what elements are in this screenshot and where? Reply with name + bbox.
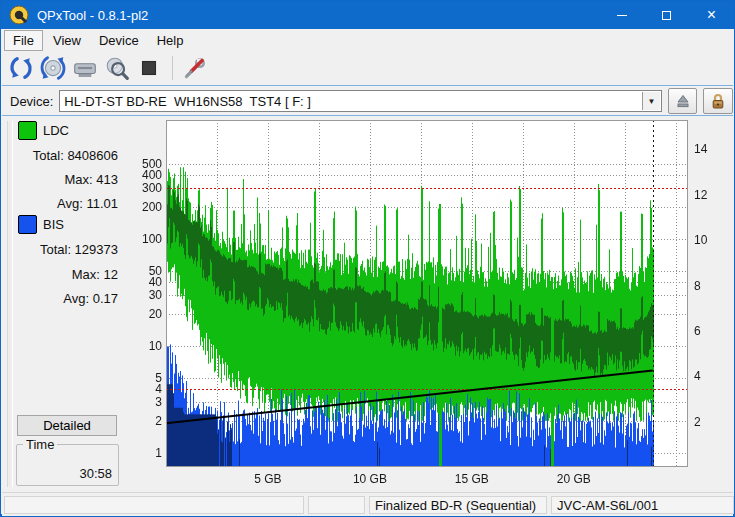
time-label: Time bbox=[23, 437, 57, 452]
scan-disc-icon bbox=[40, 55, 66, 81]
media-info-icon bbox=[104, 55, 130, 81]
menu-item-help[interactable]: Help bbox=[149, 31, 192, 50]
bis-total: Total: 129373 bbox=[18, 242, 118, 257]
status-media-type: Finalized BD-R (Sequential) bbox=[369, 496, 547, 514]
drive-button[interactable] bbox=[70, 53, 100, 83]
toolbar-separator-line bbox=[2, 85, 733, 86]
preferences-button[interactable] bbox=[179, 53, 209, 83]
eject-button[interactable] bbox=[668, 88, 698, 114]
ldc-max: Max: 413 bbox=[18, 172, 118, 187]
refresh-icon bbox=[8, 55, 34, 81]
title-bar[interactable]: QPxTool - 0.8.1-pl2 × bbox=[1, 1, 734, 29]
close-button[interactable]: × bbox=[689, 1, 734, 29]
scan-disc-button[interactable] bbox=[38, 53, 68, 83]
lock-button[interactable] bbox=[703, 88, 733, 114]
app-window: QPxTool - 0.8.1-pl2 × File View Device H… bbox=[0, 0, 735, 517]
device-separator-line bbox=[2, 115, 733, 116]
eject-icon bbox=[675, 93, 691, 109]
menu-item-view[interactable]: View bbox=[45, 31, 89, 50]
refresh-button[interactable] bbox=[6, 53, 36, 83]
menu-bar: File View Device Help bbox=[2, 29, 733, 51]
device-combobox-value: HL-DT-ST BD-RE WH16NS58 TST4 [ F: ] bbox=[60, 94, 311, 109]
time-groupbox: Time 30:58 bbox=[16, 444, 119, 486]
app-icon bbox=[9, 5, 29, 25]
bis-avg: Avg: 0.17 bbox=[18, 291, 118, 306]
panel-splitter-handle[interactable] bbox=[7, 121, 13, 487]
status-bar: Finalized BD-R (Sequential) JVC-AM-S6L/0… bbox=[2, 492, 733, 516]
media-info-button[interactable] bbox=[102, 53, 132, 83]
maximize-button[interactable] bbox=[644, 1, 689, 29]
close-icon: × bbox=[707, 7, 716, 23]
bis-max: Max: 12 bbox=[18, 267, 118, 282]
toolbar bbox=[2, 51, 733, 85]
toolbar-separator bbox=[172, 56, 173, 80]
tools-icon bbox=[181, 55, 207, 81]
chevron-down-icon[interactable]: ▼ bbox=[642, 92, 660, 110]
drive-icon bbox=[72, 55, 98, 81]
device-bar: Device: HL-DT-ST BD-RE WH16NS58 TST4 [ F… bbox=[2, 87, 733, 115]
ldc-total: Total: 8408606 bbox=[18, 148, 118, 163]
ldc-avg: Avg: 11.01 bbox=[18, 196, 118, 211]
menu-item-device[interactable]: Device bbox=[91, 31, 147, 50]
lock-icon bbox=[710, 92, 726, 110]
minimize-button[interactable] bbox=[599, 1, 644, 29]
minimize-icon bbox=[617, 15, 627, 16]
bis-label: BIS bbox=[43, 217, 64, 232]
maximize-icon bbox=[662, 11, 671, 20]
stop-icon bbox=[136, 55, 162, 81]
window-title: QPxTool - 0.8.1-pl2 bbox=[37, 8, 148, 23]
menu-item-file[interactable]: File bbox=[4, 30, 43, 51]
device-combobox[interactable]: HL-DT-ST BD-RE WH16NS58 TST4 [ F: ] ▼ bbox=[59, 90, 662, 112]
quality-chart bbox=[126, 118, 734, 492]
stop-button[interactable] bbox=[134, 53, 164, 83]
status-section-2 bbox=[308, 496, 365, 514]
status-media-id: JVC-AM-S6L/001 bbox=[551, 496, 734, 514]
ldc-legend-swatch bbox=[18, 121, 37, 140]
time-value: 30:58 bbox=[79, 466, 112, 481]
bis-legend-swatch bbox=[18, 215, 37, 234]
detailed-button[interactable]: Detailed bbox=[17, 415, 117, 436]
status-section-1 bbox=[4, 496, 304, 514]
device-label: Device: bbox=[10, 94, 53, 109]
ldc-label: LDC bbox=[43, 123, 69, 138]
